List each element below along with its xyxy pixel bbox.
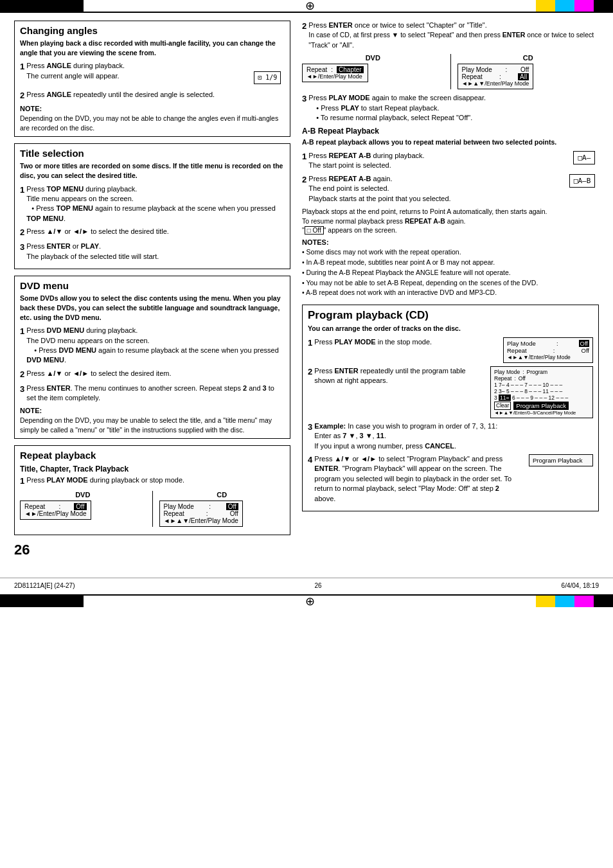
changing-angles-desc: When playing back a disc recorded with m…	[20, 39, 285, 57]
repeat-step2-area: 2 Press ENTER once or twice to select "C…	[302, 21, 599, 123]
program-playback-section: Program playback (CD) You can arrange th…	[302, 305, 599, 511]
dm-step-3: 3 Press ENTER. The menu continues to ano…	[20, 384, 285, 403]
title-selection-section: Title selection Two or more titles are r…	[14, 143, 290, 269]
pp-step2-row: 2 Press ENTER repeatedly until the progr…	[308, 366, 593, 418]
step1-sub: The current angle will appear.	[26, 72, 119, 80]
cd-screen-2: Play Mode : Off Repeat : All ◄►▲▼/Enter/…	[458, 64, 534, 89]
ts-step-1: 1 Press TOP MENU during playback. Title …	[20, 184, 285, 224]
ab-notes-label: NOTES:	[302, 238, 599, 246]
col-divider-2	[450, 54, 451, 89]
page-number: 26	[14, 542, 290, 558]
changing-angles-section: Changing angles When playing back a disc…	[14, 21, 290, 137]
compass-symbol: ⊕	[305, 0, 315, 13]
ab-desc: A-B repeat playback allows you to repeat…	[302, 137, 599, 147]
dvd-menu-title: DVD menu	[20, 280, 285, 291]
ab-icon-1: □A–	[573, 151, 595, 164]
dvd-col: DVD Repeat : Off ◄►/Enter/Play Mode	[20, 491, 146, 527]
pp-step3: 3 Example: In case you wish to program i…	[308, 421, 593, 451]
program-playback-display: Program Playback	[533, 457, 589, 464]
cd-screen-1: Play Mode : Off Repeat : Off ◄►▲▼/Enter/…	[159, 500, 243, 527]
dvd-label: DVD	[20, 491, 146, 499]
dvd-label-2: DVD	[302, 54, 444, 62]
pp-step1-row: 1 Press PLAY MODE in the stop mode. Play…	[308, 337, 593, 363]
rp-screens-step1: DVD Repeat : Off ◄►/Enter/Play Mode C	[20, 491, 285, 527]
repeat-subtitle: Title, Chapter, Track Playback	[20, 465, 285, 474]
cd-col: CD Play Mode : Off Repeat : Off	[159, 491, 285, 527]
note-label: NOTE:	[20, 105, 285, 112]
angle-display: ⊡ 1/9	[254, 71, 281, 84]
ts-step-3: 3 Press ENTER or PLAY. The playback of t…	[20, 242, 285, 261]
ab-title: A-B Repeat Playback	[302, 127, 599, 136]
ab-detail: Playback stops at the end point, returns…	[302, 207, 599, 235]
repeat-playback-title: Repeat playback	[20, 450, 285, 461]
rp-step-2: 2 Press ENTER once or twice to select "C…	[302, 21, 599, 50]
ts-step-2: 2 Press ▲/▼ or ◄/► to select the desired…	[20, 227, 285, 238]
dvd-note-text: Depending on the DVD, you may be unable …	[20, 416, 285, 434]
title-selection-title: Title selection	[20, 148, 285, 159]
dvd-screen-1: Repeat : Off ◄►/Enter/Play Mode	[20, 500, 91, 520]
ab-step-2: 2 □A–B Press REPEAT A-B again. The end p…	[302, 174, 599, 204]
changing-angles-title: Changing angles	[20, 25, 285, 36]
pp-step4-row: 4 Press ▲/▼ or ◄/► to select "Program Pl…	[308, 454, 593, 507]
footer: 2D81121A[E] (24-27) 26 6/4/04, 18:19	[0, 578, 613, 593]
ab-icon-3: □ Off	[305, 226, 324, 235]
dvd-screen-2: Repeat : Chapter ◄►/Enter/Play Mode	[302, 64, 368, 82]
ab-repeat-section: A-B Repeat Playback A-B repeat playback …	[302, 127, 599, 298]
footer-center: 26	[315, 582, 322, 589]
program-playback-btn: Program Playback	[513, 402, 569, 410]
program-playback-title: Program playback (CD)	[308, 309, 593, 322]
ab-icon-2: □A–B	[569, 174, 596, 188]
rp-step-3: 3 Press PLAY MODE again to make the scre…	[302, 93, 599, 123]
ab-note-3: • During the A-B Repeat Playback the ANG…	[302, 268, 599, 278]
title-selection-desc: Two or more titles are recorded on some …	[20, 161, 285, 180]
ab-note-1: • Some discs may not work with the repea…	[302, 247, 599, 258]
cd-label: CD	[159, 491, 285, 499]
dvd-menu-desc: Some DVDs allow you to select the disc c…	[20, 294, 285, 322]
ab-note-5: • A-B repeat does not work with an inter…	[302, 288, 599, 298]
ab-note-4: • You may not be able to set A-B Repeat,…	[302, 278, 599, 288]
dm-step-2: 2 Press ▲/▼ or ◄/► to select the desired…	[20, 369, 285, 380]
repeat-playback-section: Repeat playback Title, Chapter, Track Pl…	[14, 445, 290, 535]
rp-screens-step2: DVD Repeat : Chapter ◄►/Enter/Play Mode	[302, 54, 599, 89]
pp-step4: 4 Press ▲/▼ or ◄/► to select "Program Pl…	[308, 454, 522, 507]
rp-step-1: 1 Press PLAY MODE during playback or sto…	[20, 475, 285, 487]
bottom-compass: ⊕	[305, 594, 315, 608]
footer-left: 2D81121A[E] (24-27)	[14, 582, 75, 589]
ab-notes: • Some discs may not work with the repea…	[302, 247, 599, 298]
dvd-menu-section: DVD menu Some DVDs allow you to select t…	[14, 276, 290, 439]
ab-note-2: • In A-B repeat mode, subtitles near poi…	[302, 258, 599, 268]
footer-right: 6/4/04, 18:19	[562, 582, 599, 589]
pp-step1: 1 Press PLAY MODE in the stop mode.	[308, 337, 497, 363]
col-divider	[152, 491, 153, 527]
cd-label-2: CD	[458, 54, 600, 62]
step-2: 2 Press ANGLE repeatedly until the desir…	[20, 90, 285, 102]
program-playback-desc: You can arrange the order of tracks on t…	[308, 324, 593, 333]
note-text: Depending on the DVD, you may not be abl…	[20, 114, 285, 132]
dm-step-1: 1 Press DVD MENU during playback. The DV…	[20, 326, 285, 366]
pp-step1-screen: Play Mode:Off Repeat:Off ◄►▲▼/Enter/Play…	[503, 337, 593, 363]
step-1: 1 Press ANGLE during playback. The curre…	[20, 61, 285, 86]
pp-step2: 2 Press ENTER repeatedly until the progr…	[308, 366, 484, 418]
ab-step-1: 1 □A– Press REPEAT A-B during playback. …	[302, 151, 599, 171]
dvd-note-label: NOTE:	[20, 407, 285, 414]
pp-step2-screen: Play Mode:Program Repeat:Off 1 7– 4 – – …	[490, 366, 593, 418]
pp-step4-screen: Program Playback	[529, 454, 593, 507]
